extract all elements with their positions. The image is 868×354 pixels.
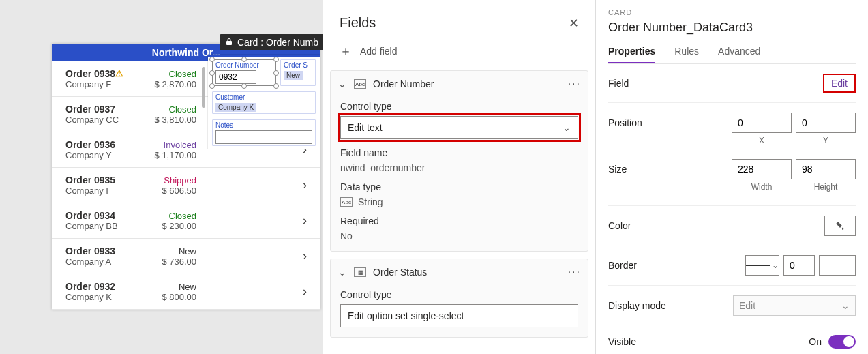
- display-mode-label: Display mode: [608, 300, 666, 311]
- order-status: Shipped: [147, 175, 196, 186]
- lock-icon: [225, 37, 233, 48]
- tab-properties[interactable]: Properties: [608, 46, 655, 63]
- control-type-value: Edit text: [348, 122, 383, 133]
- display-mode-select[interactable]: Edit ⌄: [733, 295, 856, 316]
- data-type-label: Data type: [340, 181, 578, 192]
- card-order-number[interactable]: Order Number: [212, 59, 276, 86]
- position-y-input[interactable]: [796, 113, 856, 133]
- notes-input[interactable]: [215, 130, 312, 144]
- fields-panel-title: Fields: [340, 15, 376, 31]
- data-type-value: String: [358, 196, 383, 207]
- order-amount: $ 1,170.00: [147, 150, 196, 160]
- border-color-picker[interactable]: [819, 255, 856, 276]
- order-row[interactable]: Order 0933Company ANew$ 736.00›: [52, 239, 320, 274]
- order-status: New: [147, 246, 196, 256]
- list-scrollbar[interactable]: [202, 67, 205, 108]
- order-number-input[interactable]: [215, 70, 256, 84]
- field-card-name: Order Number: [373, 78, 434, 89]
- tab-rules[interactable]: Rules: [674, 46, 699, 63]
- breadcrumb: CARD: [608, 8, 856, 16]
- text-type-icon: Abc: [354, 79, 366, 89]
- height-input[interactable]: [796, 159, 856, 179]
- card-customer[interactable]: Customer Company K: [212, 91, 316, 114]
- edit-field-button[interactable]: Edit: [823, 74, 856, 93]
- color-label: Color: [608, 220, 631, 231]
- border-width-input[interactable]: [783, 255, 815, 276]
- company-name: Company Y: [65, 150, 147, 160]
- display-mode-value: Edit: [739, 300, 755, 311]
- order-amount: $ 3,810.00: [147, 115, 196, 125]
- company-name: Company I: [65, 186, 147, 196]
- tab-advanced[interactable]: Advanced: [718, 46, 760, 63]
- position-label: Position: [608, 117, 642, 128]
- tooltip-text: Card : Order Numb: [237, 37, 318, 48]
- order-name: Order 0937: [65, 104, 147, 115]
- fields-panel: Fields ✕ ＋ Add field ⌄ Abc Order Number …: [323, 0, 595, 354]
- field-label: Notes: [215, 121, 312, 129]
- control-type-label: Control type: [340, 101, 578, 112]
- chevron-right-icon: ›: [297, 178, 312, 192]
- close-icon[interactable]: ✕: [569, 16, 579, 31]
- order-name: Order 0938⚠: [65, 68, 147, 79]
- order-amount: $ 230.00: [147, 221, 196, 231]
- control-type-label: Control type: [340, 289, 578, 300]
- company-name: Company F: [65, 79, 147, 89]
- border-style-select[interactable]: ⌄: [745, 255, 779, 276]
- field-label: Order S: [284, 61, 312, 69]
- visible-toggle[interactable]: [828, 335, 856, 349]
- visible-state: On: [809, 336, 822, 347]
- order-status: Invoiced: [147, 140, 196, 150]
- properties-panel: CARD Order Number_DataCard3 Properties R…: [595, 0, 868, 354]
- control-type-select[interactable]: Edit option set single-select: [340, 304, 578, 327]
- position-x-input[interactable]: [732, 113, 792, 133]
- field-card-header[interactable]: ⌄ Abc Order Number ···: [331, 71, 588, 97]
- order-name: Order 0935: [65, 175, 147, 186]
- width-sublabel: Width: [732, 182, 792, 192]
- form-card-preview[interactable]: Order Number Order S New Customer Compan…: [208, 55, 320, 149]
- order-name: Order 0933: [65, 246, 147, 256]
- card-notes[interactable]: Notes: [212, 119, 316, 146]
- width-input[interactable]: [732, 159, 792, 179]
- chevron-right-icon: ›: [297, 284, 312, 299]
- company-name: Company A: [65, 256, 147, 267]
- more-icon[interactable]: ···: [568, 266, 581, 278]
- order-name: Order 0934: [65, 210, 147, 221]
- field-label: Field: [608, 78, 629, 89]
- order-status: Closed: [147, 211, 196, 221]
- order-amount: $ 736.00: [147, 256, 196, 267]
- size-label: Size: [608, 164, 627, 175]
- visible-label: Visible: [608, 336, 636, 347]
- color-picker[interactable]: [824, 216, 856, 236]
- order-name: Order 0932: [65, 281, 147, 292]
- required-label: Required: [340, 216, 578, 226]
- more-icon[interactable]: ···: [568, 78, 581, 90]
- order-status: Closed: [147, 104, 196, 115]
- order-name: Order 0936: [65, 139, 147, 150]
- y-sublabel: Y: [796, 136, 856, 145]
- order-amount: $ 2,870.00: [147, 79, 196, 89]
- order-row[interactable]: Order 0934Company BBClosed$ 230.00›: [52, 203, 320, 239]
- field-name-value: nwind_ordernumber: [340, 162, 578, 173]
- chevron-down-icon: ⌄: [841, 300, 850, 311]
- field-card-order-number: ⌄ Abc Order Number ··· Control type Edit…: [330, 70, 588, 252]
- card-order-status[interactable]: Order S New: [280, 59, 316, 86]
- order-row[interactable]: Order 0935Company IShipped$ 606.50›: [52, 168, 320, 203]
- chevron-down-icon: ⌄: [563, 122, 571, 133]
- add-field-button[interactable]: ＋ Add field: [323, 38, 595, 70]
- customer-pill: Company K: [215, 103, 256, 112]
- field-name-label: Field name: [340, 147, 578, 158]
- selected-control-name: Order Number_DataCard3: [608, 20, 856, 35]
- height-sublabel: Height: [796, 182, 856, 192]
- status-pill: New: [284, 71, 303, 80]
- chevron-right-icon: ›: [297, 249, 312, 263]
- company-name: Company K: [65, 292, 147, 302]
- order-row[interactable]: Order 0932Company KNew$ 800.00›: [52, 274, 320, 310]
- order-amount: $ 800.00: [147, 292, 196, 302]
- company-name: Company BB: [65, 221, 147, 231]
- field-card-header[interactable]: ⌄ ▦ Order Status ···: [331, 259, 588, 285]
- chevron-down-icon: ⌄: [338, 267, 347, 278]
- chevron-down-icon: ⌄: [338, 78, 347, 89]
- control-type-select[interactable]: Edit text ⌄: [340, 116, 578, 139]
- required-value: No: [340, 231, 578, 241]
- company-name: Company CC: [65, 115, 147, 125]
